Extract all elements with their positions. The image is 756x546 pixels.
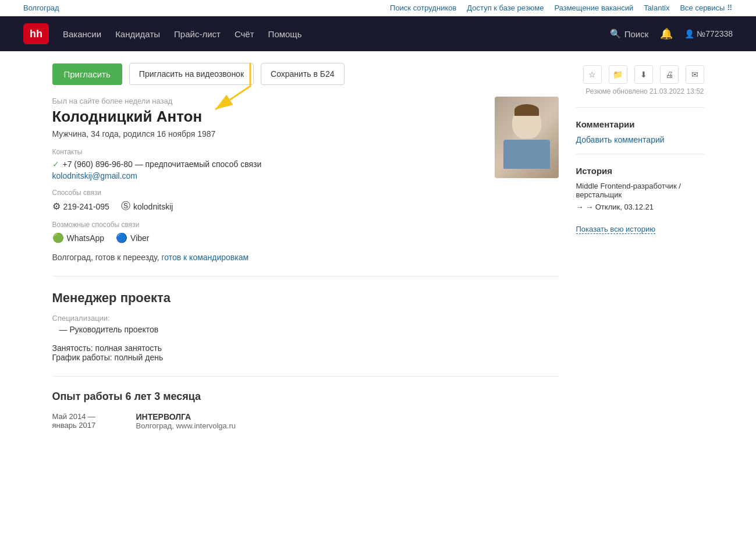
nav-vacancies[interactable]: Вакансии [63, 29, 101, 39]
schedule-row: График работы: полный день [52, 353, 559, 362]
history-action: → Отклик, 03.12.21 [585, 203, 654, 211]
sidebar-icons: ☆ 📁 ⬇ 🖨 ✉ [576, 63, 704, 84]
main-column: Пригласить Пригласить на видеозвонок Сох… [52, 63, 559, 430]
exp-location-0: Волгоград, www.intervolga.ru [136, 421, 236, 430]
folder-button[interactable]: 📁 [609, 65, 627, 84]
candidate-header: Был на сайте более недели назад Колодниц… [52, 97, 559, 262]
specialization-label: Специализации: [52, 314, 559, 322]
person-body [503, 140, 550, 169]
history-entry-text: Middle Frontend-разработчик / верстальщи… [576, 182, 704, 199]
nav-help[interactable]: Помощь [268, 29, 302, 39]
utility-links: Поиск сотрудников Доступ к базе резюме Р… [390, 3, 733, 12]
sidebar-divider-1 [576, 107, 704, 108]
comments-section: Комментарии Добавить комментарий [576, 119, 704, 144]
person-silhouette [503, 107, 550, 169]
candidate-meta: Мужчина, 34 года, родился 16 ноября 1987 [52, 129, 262, 139]
grid-icon: ⠿ [727, 3, 733, 12]
main-nav: hh Вакансии Кандидаты Прайс-лист Счёт По… [0, 16, 756, 51]
nav-pricelist[interactable]: Прайс-лист [174, 29, 221, 39]
contacts-section: Контакты ✓ +7 (960) 896-96-80 — предпочи… [52, 148, 262, 180]
spec-item-text: — Руководитель проектов [59, 325, 159, 334]
divider-2 [52, 376, 559, 377]
all-services-link[interactable]: Все сервисы ⠿ [680, 3, 733, 12]
skype-item: ⚙ 219-241-095 [52, 201, 109, 212]
messengers-label: Способы связи [52, 189, 262, 197]
user-account[interactable]: 👤 №772338 [684, 29, 733, 38]
resume-updated: Резюме обновлено 21.03.2022 13:52 [576, 87, 704, 95]
experience-section: Опыт работы 6 лет 3 месяца Май 2014 — ян… [52, 391, 559, 430]
history-arrow: → → Отклик, 03.12.21 [576, 203, 704, 211]
job-section: Менеджер проекта Специализации: — Руково… [52, 290, 559, 362]
bell-icon[interactable]: 🔔 [660, 27, 673, 40]
comments-title: Комментарии [576, 119, 704, 129]
schedule-value: полный день [115, 353, 164, 362]
exp-details-0: ИНТЕРВОЛГА Волгоград, www.intervolga.ru [136, 412, 236, 430]
viber-label: Viber [130, 233, 149, 243]
email-button[interactable]: ✉ [686, 65, 704, 84]
viber-item[interactable]: 🔵 Viber [116, 232, 149, 243]
save-b24-button[interactable]: Сохранить в Б24 [261, 63, 345, 85]
video-call-button[interactable]: Пригласить на видеозвонок [129, 63, 254, 85]
skype-item2: Ⓢ kolodnitskij [121, 200, 173, 212]
action-buttons: Пригласить Пригласить на видеозвонок Сох… [52, 63, 559, 85]
exp-company-0: ИНТЕРВОЛГА [136, 412, 236, 421]
specialization-item: — Руководитель проектов [52, 325, 559, 334]
utility-bar: Волгоград Поиск сотрудников Доступ к баз… [0, 0, 756, 16]
person-head [512, 107, 541, 139]
invite-button[interactable]: Пригласить [52, 63, 122, 85]
possible-messengers-label: Возможные способы связи [52, 221, 262, 229]
job-title: Менеджер проекта [52, 290, 559, 306]
candidate-name: Колодницкий Антон [52, 108, 262, 126]
possible-messenger-row: 🟢 WhatsApp 🔵 Viber [52, 232, 262, 243]
vacancies-link[interactable]: Размещение вакансий [554, 3, 633, 12]
messenger-row: ⚙ 219-241-095 Ⓢ kolodnitskij [52, 200, 262, 212]
search-icon: 🔍 [610, 29, 621, 39]
whatsapp-label: WhatsApp [67, 233, 105, 243]
nav-account[interactable]: Счёт [235, 29, 254, 39]
schedule-label: График работы: [52, 353, 112, 362]
person-hair [514, 104, 539, 116]
employment-row: Занятость: полная занятость [52, 343, 559, 353]
email-row: kolodnitskij@gmail.com [52, 171, 262, 180]
sidebar-divider-2 [576, 154, 704, 154]
candidate-photo [495, 97, 559, 178]
print-button[interactable]: 🖨 [660, 65, 679, 84]
experience-entry-0: Май 2014 — январь 2017 ИНТЕРВОЛГА Волгог… [52, 412, 559, 430]
whatsapp-item[interactable]: 🟢 WhatsApp [52, 232, 105, 243]
resume-access-link[interactable]: Доступ к базе резюме [467, 3, 544, 12]
whatsapp-icon: 🟢 [52, 232, 64, 243]
download-button[interactable]: ⬇ [634, 65, 653, 84]
nav-links: Вакансии Кандидаты Прайс-лист Счёт Помощ… [63, 29, 610, 39]
city-link[interactable]: Волгоград [23, 3, 59, 12]
search-employees-link[interactable]: Поиск сотрудников [390, 3, 456, 12]
experience-title: Опыт работы 6 лет 3 месяца [52, 391, 559, 403]
sidebar-column: ☆ 📁 ⬇ 🖨 ✉ Резюме обновлено 21.03.2022 13… [576, 63, 704, 430]
email-link[interactable]: kolodnitskij@gmail.com [52, 171, 137, 180]
phone-text: +7 (960) 896-96-80 — предпочитаемый спос… [63, 159, 262, 169]
history-title: История [576, 166, 704, 176]
search-button[interactable]: 🔍 Поиск [610, 29, 649, 39]
check-icon: ✓ [52, 159, 59, 169]
messenger2-text: kolodnitskij [133, 202, 173, 211]
user-icon: 👤 [684, 29, 694, 38]
show-history-link[interactable]: Показать всю историю [576, 225, 656, 234]
messengers-section: Способы связи ⚙ 219-241-095 Ⓢ kolodnitsk… [52, 189, 262, 212]
history-section: История Middle Frontend-разработчик / ве… [576, 166, 704, 233]
messenger1-text: 219-241-095 [63, 202, 109, 211]
viber-icon: ⚙ [52, 201, 61, 212]
arrow-indicator: → [576, 203, 586, 211]
employment-label: Занятость: [52, 343, 93, 353]
hh-logo[interactable]: hh [23, 23, 49, 44]
contacts-label: Контакты [52, 148, 262, 156]
phone-row: ✓ +7 (960) 896-96-80 — предпочитаемый сп… [52, 159, 262, 169]
viber-circle-icon: 🔵 [116, 232, 127, 243]
talantix-link[interactable]: Talantix [644, 3, 669, 12]
possible-messengers-section: Возможные способы связи 🟢 WhatsApp 🔵 Vib… [52, 221, 262, 243]
add-comment-link[interactable]: Добавить комментарий [576, 135, 665, 144]
star-button[interactable]: ☆ [583, 65, 602, 84]
nav-candidates[interactable]: Кандидаты [115, 29, 160, 39]
location-text: Волгоград, готов к переезду, [52, 253, 159, 262]
relocation-link[interactable]: готов к командировкам [161, 253, 249, 262]
nav-right: 🔍 Поиск 🔔 👤 №772338 [610, 27, 733, 40]
candidate-info: Был на сайте более недели назад Колодниц… [52, 97, 262, 262]
